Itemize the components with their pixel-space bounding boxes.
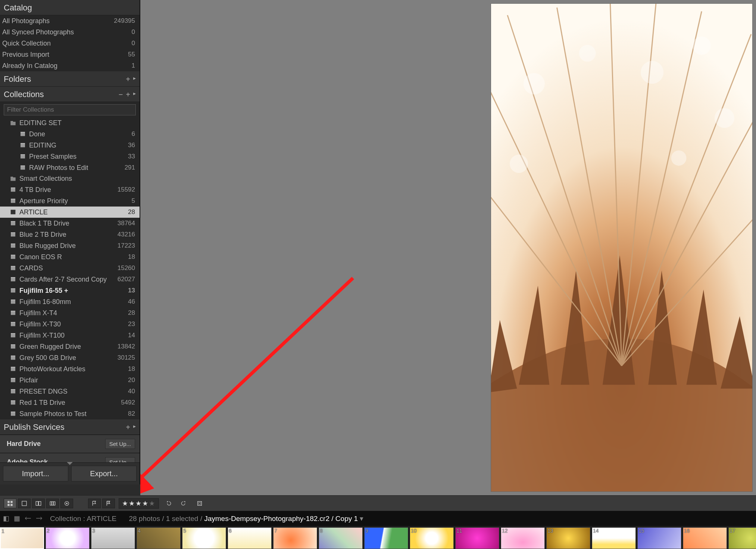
filmstrip-thumb[interactable]: 3 — [91, 527, 135, 549]
collection-item[interactable]: Fujifilm X-T10014 — [0, 330, 140, 341]
filmstrip-thumb[interactable]: 4 — [137, 527, 181, 549]
collection-item[interactable]: Grey 500 GB Drive30125 — [0, 352, 140, 363]
collection-item[interactable]: Red 1 TB Drive5492 — [0, 397, 140, 408]
filmstrip-thumb[interactable]: 5 — [182, 527, 226, 549]
survey-view-button[interactable] — [46, 499, 59, 508]
collection-item[interactable]: PhotoWorkout Articles18 — [0, 363, 140, 375]
filmstrip-thumb[interactable]: 7 — [273, 527, 317, 549]
grid-quick-icon[interactable]: ▦ — [14, 514, 20, 522]
collections-panel-header[interactable]: Collections −+▸ — [0, 87, 140, 102]
crop-overlay-button[interactable] — [193, 499, 206, 508]
publish-setup-button[interactable]: Set Up... — [105, 439, 135, 449]
collections-minus-icon[interactable]: − — [119, 90, 123, 99]
collections-add-icon[interactable]: + — [126, 90, 130, 99]
thumb-number: 14 — [593, 528, 599, 534]
reject-flag-button[interactable] — [102, 499, 115, 508]
collection-item[interactable]: Preset Samples33 — [0, 151, 140, 162]
breadcrumb-dropdown-icon[interactable]: ▾ — [360, 515, 363, 522]
collection-item[interactable]: PRESET DNGS40 — [0, 386, 140, 397]
filmstrip[interactable]: 123456789101112131415161718 — [0, 526, 756, 549]
collection-item[interactable]: Green Rugged Drive13842 — [0, 341, 140, 352]
filmstrip-thumb[interactable]: 12 — [501, 527, 545, 549]
svg-rect-5 — [21, 143, 25, 144]
collection-label: PhotoWorkout Articles — [19, 365, 85, 373]
compare-view-button[interactable] — [32, 499, 45, 508]
collection-set-editing-set[interactable]: EDITING SET — [0, 118, 140, 128]
catalog-item[interactable]: All Synced Photographs0 — [0, 27, 140, 38]
collection-item[interactable]: Fujifilm 16-55 +13 — [0, 285, 140, 296]
folders-collapse-icon[interactable]: ▸ — [133, 75, 136, 84]
svg-rect-6 — [21, 155, 25, 158]
people-view-button[interactable] — [60, 499, 73, 508]
filmstrip-thumb[interactable]: 15 — [637, 527, 681, 549]
filmstrip-thumb[interactable]: 14 — [592, 527, 636, 549]
preview-canvas[interactable] — [140, 0, 756, 495]
folders-add-icon[interactable]: + — [126, 75, 130, 84]
second-window-icon[interactable]: ◧ — [3, 514, 9, 522]
collection-item[interactable]: Fujifilm X-T428 — [0, 307, 140, 319]
thumb-number: 1 — [1, 528, 4, 534]
folders-panel-header[interactable]: Folders +▸ — [0, 71, 140, 87]
publish-service-item[interactable]: Adobe StockSet Up... — [0, 453, 140, 462]
collection-item[interactable]: 4 TB Drive15592 — [0, 184, 140, 195]
smart-collections-item[interactable]: Smart Collections — [0, 173, 140, 184]
filmstrip-thumb[interactable]: 16 — [683, 527, 727, 549]
publish-add-icon[interactable]: + — [126, 423, 130, 432]
collections-collapse-icon[interactable]: ▸ — [133, 90, 136, 99]
collection-item[interactable]: Black 1 TB Drive38764 — [0, 218, 140, 229]
rotate-cw-button[interactable] — [177, 499, 190, 508]
grid-view-button[interactable] — [4, 499, 16, 508]
filmstrip-thumb[interactable]: 1 — [0, 527, 44, 549]
svg-rect-51 — [11, 400, 15, 401]
publish-service-item[interactable]: Hard DriveSet Up... — [0, 435, 140, 453]
filmstrip-thumb[interactable]: 13 — [546, 527, 590, 549]
svg-line-73 — [140, 278, 353, 486]
editing-set-label: EDITING SET — [19, 119, 62, 127]
flag-picker-button[interactable] — [88, 499, 101, 508]
catalog-panel-header[interactable]: Catalog — [0, 0, 140, 15]
filmstrip-thumb[interactable]: 10 — [410, 527, 454, 549]
rating-stars[interactable]: ★★★★★ — [119, 498, 159, 509]
collection-item[interactable]: RAW Photos to Edit291 — [0, 162, 140, 173]
filmstrip-thumb[interactable]: 11 — [455, 527, 499, 549]
collection-count: 18 — [128, 365, 135, 373]
collection-item[interactable]: Blue 2 TB Drive43216 — [0, 229, 140, 240]
svg-rect-0 — [10, 122, 15, 125]
collection-item[interactable]: Done6 — [0, 128, 140, 140]
svg-rect-37 — [11, 322, 15, 323]
collection-count: 15592 — [118, 186, 135, 193]
filmstrip-thumb[interactable]: 9 — [364, 527, 408, 549]
filmstrip-thumb[interactable]: 8 — [319, 527, 363, 549]
nav-back-icon[interactable]: 🡐 — [25, 515, 31, 522]
collection-icon — [10, 399, 16, 406]
publish-setup-button[interactable]: Set Up... — [105, 457, 135, 462]
catalog-item[interactable]: All Photographs249395 — [0, 15, 140, 27]
export-button[interactable]: Export... — [71, 466, 137, 481]
catalog-item[interactable]: Quick Collection0 — [0, 38, 140, 49]
collection-item[interactable]: Fujifilm X-T3023 — [0, 319, 140, 330]
collection-item[interactable]: Sample Photos to Test82 — [0, 408, 140, 419]
catalog-item[interactable]: Previous Import55 — [0, 49, 140, 60]
catalog-item[interactable]: Already In Catalog1 — [0, 60, 140, 71]
filmstrip-thumb[interactable]: 6 — [228, 527, 272, 549]
collection-item[interactable]: Aperture Priority5 — [0, 195, 140, 207]
rotate-ccw-button[interactable] — [163, 499, 175, 508]
import-button[interactable]: Import... — [3, 466, 68, 481]
collection-item[interactable]: CARDS15260 — [0, 263, 140, 274]
collection-label: Red 1 TB Drive — [19, 399, 65, 407]
collection-item[interactable]: Cards After 2-7 Second Copy62027 — [0, 274, 140, 285]
collection-item[interactable]: Canon EOS R18 — [0, 251, 140, 263]
nav-fwd-icon[interactable]: 🡒 — [36, 515, 43, 522]
collection-item[interactable]: ARTICLE28 — [0, 207, 140, 218]
publish-collapse-icon[interactable]: ▸ — [133, 423, 136, 432]
collection-item[interactable]: EDITING36 — [0, 140, 140, 151]
panel-options-icon[interactable] — [67, 462, 73, 465]
collection-item[interactable]: Picfair20 — [0, 375, 140, 386]
loupe-view-button[interactable] — [18, 499, 31, 508]
filter-collections-input[interactable] — [4, 104, 136, 115]
collection-item[interactable]: Fujifilm 16-80mm46 — [0, 296, 140, 307]
filmstrip-thumb[interactable]: 17 — [728, 527, 756, 549]
filmstrip-thumb[interactable]: 2 — [46, 527, 90, 549]
publish-panel-header[interactable]: Publish Services +▸ — [0, 419, 140, 435]
collection-item[interactable]: Blue Rugged Drive17223 — [0, 240, 140, 251]
